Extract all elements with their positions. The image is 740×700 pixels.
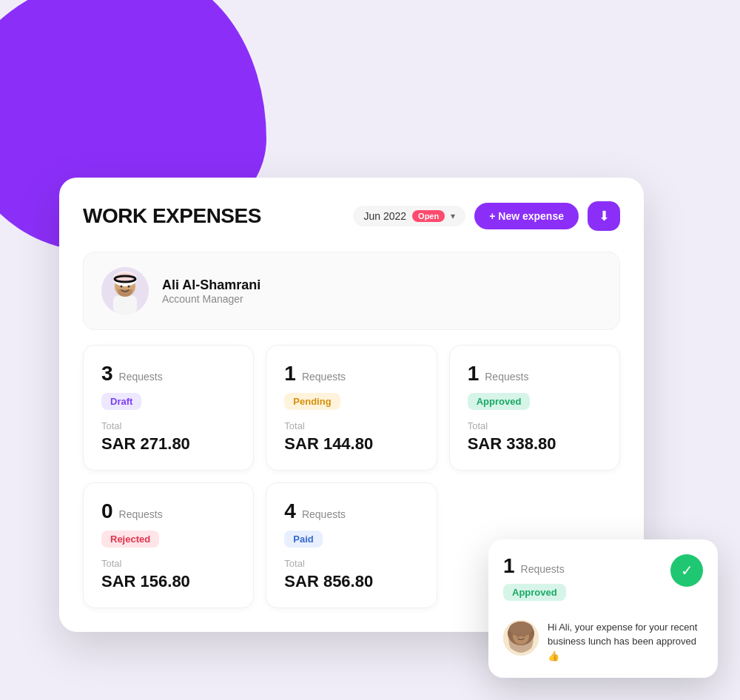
notification-header: 1 Requests Approved ✓ bbox=[503, 554, 703, 611]
stat-count-pending: 1 bbox=[284, 362, 296, 386]
header-right: Jun 2022 Open ▾ + New expense ⬇ bbox=[353, 201, 620, 231]
stat-amount-rejected: SAR 156.80 bbox=[101, 572, 235, 591]
download-icon: ⬇ bbox=[599, 208, 610, 224]
stat-label-rejected: Requests bbox=[119, 508, 163, 520]
badge-pending: Pending bbox=[284, 393, 340, 410]
stat-label-draft: Requests bbox=[119, 371, 163, 383]
stat-count-row-pending: 1 Requests bbox=[284, 362, 418, 386]
notification-card[interactable]: 1 Requests Approved ✓ bbox=[488, 539, 718, 679]
user-name: Ali Al-Shamrani bbox=[162, 277, 260, 293]
download-button[interactable]: ⬇ bbox=[588, 201, 620, 231]
notif-count: 1 bbox=[503, 554, 515, 578]
stat-card-paid[interactable]: 4 Requests Paid Total SAR 856.80 bbox=[266, 482, 437, 608]
user-info: Ali Al-Shamrani Account Manager bbox=[162, 277, 260, 305]
stat-amount-approved: SAR 338.80 bbox=[468, 434, 602, 454]
avatar bbox=[101, 267, 149, 314]
user-role: Account Manager bbox=[162, 293, 260, 305]
stat-card-approved[interactable]: 1 Requests Approved Total SAR 338.80 bbox=[449, 345, 620, 471]
badge-approved: Approved bbox=[468, 393, 531, 410]
stat-count-paid: 4 bbox=[284, 499, 296, 523]
stat-label-approved: Requests bbox=[485, 371, 528, 383]
chevron-down-icon: ▾ bbox=[451, 211, 455, 221]
badge-paid: Paid bbox=[284, 531, 322, 548]
notification-message: Hi Ali, your expense for your recent bus… bbox=[548, 620, 703, 664]
stat-amount-pending: SAR 144.80 bbox=[284, 434, 418, 454]
stat-count-draft: 3 bbox=[101, 362, 113, 386]
stat-count-row-approved: 1 Requests bbox=[468, 362, 602, 386]
stat-card-rejected[interactable]: 0 Requests Rejected Total SAR 156.80 bbox=[83, 482, 254, 608]
total-label-rejected: Total bbox=[101, 558, 235, 569]
stat-count-rejected: 0 bbox=[101, 499, 113, 523]
total-label-approved: Total bbox=[468, 420, 602, 431]
notification-body: Hi Ali, your expense for your recent bus… bbox=[503, 620, 703, 664]
card-header: WORK EXPENSES Jun 2022 Open ▾ + New expe… bbox=[83, 201, 620, 231]
notif-avatar-image bbox=[503, 620, 539, 656]
total-label-draft: Total bbox=[101, 420, 235, 431]
user-profile-card: Ali Al-Shamrani Account Manager bbox=[83, 252, 620, 330]
badge-draft: Draft bbox=[101, 393, 141, 410]
period-label: Jun 2022 bbox=[363, 210, 406, 222]
new-expense-button[interactable]: + New expense bbox=[474, 203, 579, 229]
new-expense-label: + New expense bbox=[489, 210, 564, 222]
checkmark-icon: ✓ bbox=[681, 562, 693, 579]
stat-count-row-rejected: 0 Requests bbox=[101, 499, 235, 523]
svg-point-7 bbox=[128, 286, 130, 288]
stat-label-paid: Requests bbox=[302, 508, 346, 520]
stat-label-pending: Requests bbox=[302, 371, 346, 383]
stat-card-pending[interactable]: 1 Requests Pending Total SAR 144.80 bbox=[266, 345, 437, 471]
stat-count-row-draft: 3 Requests bbox=[101, 362, 235, 386]
period-selector[interactable]: Jun 2022 Open ▾ bbox=[353, 206, 465, 226]
svg-rect-1 bbox=[113, 295, 137, 314]
stat-amount-paid: SAR 856.80 bbox=[284, 572, 418, 591]
stat-count-approved: 1 bbox=[468, 362, 480, 386]
notif-count-row: 1 Requests bbox=[503, 554, 566, 578]
user-avatar-image bbox=[101, 267, 149, 314]
page-title: WORK EXPENSES bbox=[83, 204, 261, 228]
svg-point-6 bbox=[121, 286, 123, 288]
notif-badge-approved: Approved bbox=[503, 584, 566, 601]
stat-card-draft[interactable]: 3 Requests Draft Total SAR 271.80 bbox=[83, 345, 254, 471]
stat-count-row-paid: 4 Requests bbox=[284, 499, 418, 523]
stat-amount-draft: SAR 271.80 bbox=[101, 434, 235, 454]
badge-rejected: Rejected bbox=[101, 531, 159, 548]
notif-label: Requests bbox=[521, 563, 565, 575]
total-label-pending: Total bbox=[284, 420, 418, 431]
total-label-paid: Total bbox=[284, 558, 418, 569]
notification-avatar bbox=[503, 620, 539, 656]
open-badge: Open bbox=[412, 210, 445, 222]
check-circle-icon: ✓ bbox=[670, 554, 703, 587]
notification-info: 1 Requests Approved bbox=[503, 554, 566, 611]
